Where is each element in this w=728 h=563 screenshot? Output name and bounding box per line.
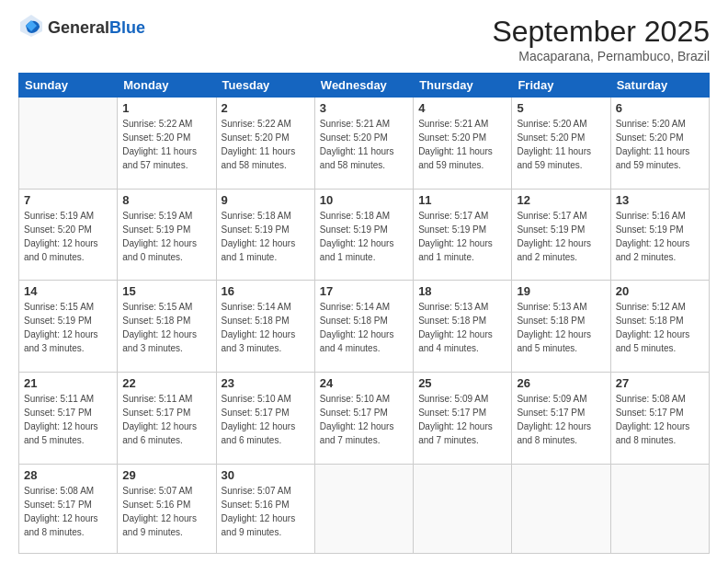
day-info: Sunrise: 5:22 AM Sunset: 5:20 PM Dayligh…	[222, 117, 310, 172]
day-info: Sunrise: 5:11 AM Sunset: 5:17 PM Dayligh…	[122, 392, 210, 447]
day-info: Sunrise: 5:07 AM Sunset: 5:16 PM Dayligh…	[222, 484, 310, 539]
day-number: 15	[122, 284, 210, 298]
day-number: 10	[320, 193, 408, 207]
col-thursday: Thursday	[414, 74, 512, 98]
logo-text: GeneralBlue	[48, 18, 145, 38]
day-info: Sunrise: 5:10 AM Sunset: 5:17 PM Dayligh…	[320, 392, 408, 447]
table-row: 18Sunrise: 5:13 AM Sunset: 5:18 PM Dayli…	[414, 281, 512, 373]
table-row: 10Sunrise: 5:18 AM Sunset: 5:19 PM Dayli…	[314, 189, 413, 281]
day-info: Sunrise: 5:09 AM Sunset: 5:17 PM Dayligh…	[517, 392, 605, 447]
day-info: Sunrise: 5:20 AM Sunset: 5:20 PM Dayligh…	[517, 117, 605, 172]
day-info: Sunrise: 5:12 AM Sunset: 5:18 PM Dayligh…	[616, 300, 704, 355]
logo-icon	[18, 13, 44, 39]
day-info: Sunrise: 5:22 AM Sunset: 5:20 PM Dayligh…	[122, 117, 210, 172]
day-number: 28	[24, 468, 112, 482]
day-number: 24	[320, 376, 408, 390]
table-row	[512, 464, 610, 553]
day-info: Sunrise: 5:15 AM Sunset: 5:18 PM Dayligh…	[122, 300, 210, 355]
day-info: Sunrise: 5:17 AM Sunset: 5:19 PM Dayligh…	[418, 209, 506, 264]
day-number: 11	[418, 193, 506, 207]
table-row: 24Sunrise: 5:10 AM Sunset: 5:17 PM Dayli…	[314, 372, 413, 464]
table-row	[610, 464, 709, 553]
day-info: Sunrise: 5:21 AM Sunset: 5:20 PM Dayligh…	[320, 117, 408, 172]
table-row: 23Sunrise: 5:10 AM Sunset: 5:17 PM Dayli…	[216, 372, 314, 464]
table-row: 19Sunrise: 5:13 AM Sunset: 5:18 PM Dayli…	[512, 281, 610, 373]
month-title: September 2025	[492, 15, 710, 49]
day-info: Sunrise: 5:14 AM Sunset: 5:18 PM Dayligh…	[222, 300, 310, 355]
day-info: Sunrise: 5:13 AM Sunset: 5:18 PM Dayligh…	[418, 300, 506, 355]
col-saturday: Saturday	[610, 74, 709, 98]
col-tuesday: Tuesday	[216, 74, 314, 98]
day-info: Sunrise: 5:18 AM Sunset: 5:19 PM Dayligh…	[320, 209, 408, 264]
day-info: Sunrise: 5:13 AM Sunset: 5:18 PM Dayligh…	[517, 300, 605, 355]
day-number: 4	[418, 101, 506, 115]
table-row: 11Sunrise: 5:17 AM Sunset: 5:19 PM Dayli…	[414, 189, 512, 281]
table-row: 6Sunrise: 5:20 AM Sunset: 5:20 PM Daylig…	[610, 98, 709, 190]
table-row: 12Sunrise: 5:17 AM Sunset: 5:19 PM Dayli…	[512, 189, 610, 281]
calendar-table: Sunday Monday Tuesday Wednesday Thursday…	[18, 73, 710, 554]
day-number: 26	[517, 376, 605, 390]
table-row: 9Sunrise: 5:18 AM Sunset: 5:19 PM Daylig…	[216, 189, 314, 281]
day-info: Sunrise: 5:16 AM Sunset: 5:19 PM Dayligh…	[616, 209, 704, 264]
table-row	[414, 464, 512, 553]
day-number: 16	[222, 284, 310, 298]
day-number: 2	[222, 101, 310, 115]
day-info: Sunrise: 5:18 AM Sunset: 5:19 PM Dayligh…	[222, 209, 310, 264]
table-row: 25Sunrise: 5:09 AM Sunset: 5:17 PM Dayli…	[414, 372, 512, 464]
table-row	[314, 464, 413, 553]
day-number: 21	[24, 376, 112, 390]
col-wednesday: Wednesday	[314, 74, 413, 98]
logo: GeneralBlue	[18, 15, 145, 40]
table-row: 13Sunrise: 5:16 AM Sunset: 5:19 PM Dayli…	[610, 189, 709, 281]
day-info: Sunrise: 5:19 AM Sunset: 5:20 PM Dayligh…	[24, 209, 112, 264]
day-number: 13	[616, 193, 704, 207]
table-row: 1Sunrise: 5:22 AM Sunset: 5:20 PM Daylig…	[118, 98, 216, 190]
day-info: Sunrise: 5:19 AM Sunset: 5:19 PM Dayligh…	[122, 209, 210, 264]
table-row: 29Sunrise: 5:07 AM Sunset: 5:16 PM Dayli…	[118, 464, 216, 553]
day-number: 25	[418, 376, 506, 390]
day-number: 29	[122, 468, 210, 482]
header: GeneralBlue September 2025 Macaparana, P…	[18, 15, 710, 63]
day-number: 12	[517, 193, 605, 207]
table-row: 28Sunrise: 5:08 AM Sunset: 5:17 PM Dayli…	[19, 464, 118, 553]
table-row: 2Sunrise: 5:22 AM Sunset: 5:20 PM Daylig…	[216, 98, 314, 190]
table-row: 15Sunrise: 5:15 AM Sunset: 5:18 PM Dayli…	[118, 281, 216, 373]
day-info: Sunrise: 5:21 AM Sunset: 5:20 PM Dayligh…	[418, 117, 506, 172]
table-row: 3Sunrise: 5:21 AM Sunset: 5:20 PM Daylig…	[314, 98, 413, 190]
day-number: 19	[517, 284, 605, 298]
day-number: 3	[320, 101, 408, 115]
day-number: 8	[122, 193, 210, 207]
table-row	[19, 98, 118, 190]
logo-blue: Blue	[109, 18, 145, 37]
day-number: 23	[222, 376, 310, 390]
day-number: 30	[222, 468, 310, 482]
table-row: 26Sunrise: 5:09 AM Sunset: 5:17 PM Dayli…	[512, 372, 610, 464]
day-number: 18	[418, 284, 506, 298]
title-block: September 2025 Macaparana, Pernambuco, B…	[492, 15, 710, 63]
day-info: Sunrise: 5:14 AM Sunset: 5:18 PM Dayligh…	[320, 300, 408, 355]
day-number: 17	[320, 284, 408, 298]
day-info: Sunrise: 5:20 AM Sunset: 5:20 PM Dayligh…	[616, 117, 704, 172]
day-number: 27	[616, 376, 704, 390]
day-info: Sunrise: 5:11 AM Sunset: 5:17 PM Dayligh…	[24, 392, 112, 447]
page: GeneralBlue September 2025 Macaparana, P…	[0, 0, 728, 563]
day-info: Sunrise: 5:07 AM Sunset: 5:16 PM Dayligh…	[122, 484, 210, 539]
day-number: 5	[517, 101, 605, 115]
table-row: 17Sunrise: 5:14 AM Sunset: 5:18 PM Dayli…	[314, 281, 413, 373]
day-info: Sunrise: 5:09 AM Sunset: 5:17 PM Dayligh…	[418, 392, 506, 447]
day-info: Sunrise: 5:17 AM Sunset: 5:19 PM Dayligh…	[517, 209, 605, 264]
table-row: 14Sunrise: 5:15 AM Sunset: 5:19 PM Dayli…	[19, 281, 118, 373]
location-subtitle: Macaparana, Pernambuco, Brazil	[492, 49, 710, 63]
table-row: 4Sunrise: 5:21 AM Sunset: 5:20 PM Daylig…	[414, 98, 512, 190]
day-number: 20	[616, 284, 704, 298]
table-row: 22Sunrise: 5:11 AM Sunset: 5:17 PM Dayli…	[118, 372, 216, 464]
table-row: 16Sunrise: 5:14 AM Sunset: 5:18 PM Dayli…	[216, 281, 314, 373]
col-monday: Monday	[118, 74, 216, 98]
calendar-header-row: Sunday Monday Tuesday Wednesday Thursday…	[19, 74, 710, 98]
table-row: 7Sunrise: 5:19 AM Sunset: 5:20 PM Daylig…	[19, 189, 118, 281]
day-number: 7	[24, 193, 112, 207]
table-row: 27Sunrise: 5:08 AM Sunset: 5:17 PM Dayli…	[610, 372, 709, 464]
table-row: 21Sunrise: 5:11 AM Sunset: 5:17 PM Dayli…	[19, 372, 118, 464]
col-sunday: Sunday	[19, 74, 118, 98]
day-number: 14	[24, 284, 112, 298]
